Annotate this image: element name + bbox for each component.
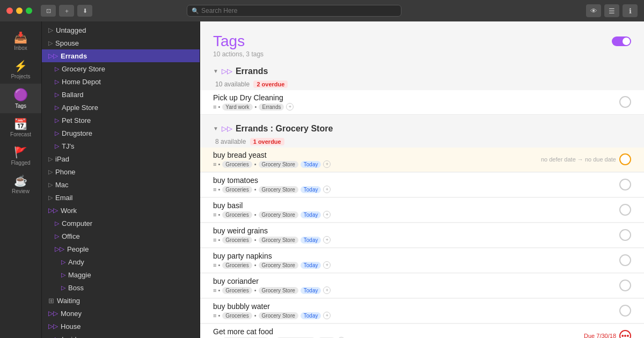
add-tag-plus[interactable]: + bbox=[323, 211, 331, 218]
task-tag-today[interactable]: Today bbox=[301, 211, 321, 218]
sidebar-item-pet-store-label: Pet Store bbox=[62, 116, 91, 124]
sidebar-item-andy[interactable]: ▷ Andy bbox=[42, 255, 200, 268]
sidebar: ▷ Untagged ▷ Spouse ▷▷ Errands ▷ Grocery… bbox=[42, 21, 200, 338]
task-tag-groceries[interactable]: Groceries bbox=[222, 262, 252, 269]
tag-sep: • bbox=[254, 161, 257, 167]
task-checkbox[interactable] bbox=[619, 305, 631, 317]
task-checkbox[interactable] bbox=[619, 254, 631, 266]
sidebar-item-ballard-label: Ballard bbox=[62, 91, 83, 99]
task-tag-groceries[interactable]: Groceries bbox=[222, 186, 252, 193]
task-checkbox[interactable] bbox=[619, 280, 631, 291]
task-tag-today[interactable]: Today bbox=[301, 287, 321, 294]
sidebar-item-house[interactable]: ▷▷ House bbox=[42, 320, 200, 333]
sidebar-item-waiting[interactable]: ⊞ Waiting bbox=[42, 294, 200, 307]
task-tag-groceries[interactable]: Groceries bbox=[222, 287, 252, 294]
sidebar-item-computer[interactable]: ▷ Computer bbox=[42, 217, 200, 230]
task-title: buy tomatoes bbox=[213, 176, 615, 185]
task-date-info: no defer date → no due date bbox=[541, 156, 616, 163]
tag-sep: • bbox=[254, 287, 257, 293]
task-tag-grocery-store[interactable]: Grocery Store bbox=[259, 312, 298, 319]
errands-section-header[interactable]: ▼ ▷▷ Errands bbox=[200, 62, 644, 78]
info-button[interactable]: ℹ bbox=[623, 4, 638, 17]
task-tag-grocery-store[interactable]: Grocery Store bbox=[259, 161, 298, 168]
search-input[interactable] bbox=[201, 7, 397, 14]
add-tag-plus[interactable]: + bbox=[323, 286, 331, 294]
errands-meta: 10 available 2 overdue bbox=[202, 78, 644, 90]
task-tag-errands[interactable]: Errands bbox=[259, 104, 284, 111]
task-tag-today[interactable]: Today bbox=[301, 161, 321, 168]
task-tag-grocery-store[interactable]: Grocery Store bbox=[259, 186, 298, 193]
maximize-button[interactable] bbox=[26, 8, 32, 14]
sidebar-item-forecast[interactable]: 📆 Forecast bbox=[0, 113, 41, 142]
search-bar[interactable]: 🔍 bbox=[187, 5, 401, 17]
sidebar-item-money[interactable]: ▷▷ Money bbox=[42, 307, 200, 320]
sidebar-item-grocery-store[interactable]: ▷ Grocery Store bbox=[42, 62, 200, 75]
task-tag-groceries[interactable]: Groceries bbox=[222, 237, 252, 244]
sidebar-item-inbox[interactable]: 📥 Inbox bbox=[0, 27, 41, 55]
sidebar-item-tjs[interactable]: ▷ TJ's bbox=[42, 139, 200, 152]
sidebar-item-tags[interactable]: 🟣 Tags bbox=[0, 84, 41, 113]
tag-sep: • bbox=[254, 186, 257, 193]
sidebar-item-untagged[interactable]: ▷ Untagged bbox=[42, 24, 200, 36]
task-tag-today[interactable]: Today bbox=[301, 237, 321, 244]
sidebar-item-apple-store[interactable]: ▷ Apple Store bbox=[42, 101, 200, 114]
task-checkbox[interactable] bbox=[619, 179, 631, 190]
task-tag-groceries[interactable]: Groceries bbox=[222, 161, 252, 168]
add-tag-plus[interactable]: + bbox=[323, 261, 331, 269]
add-tag-plus[interactable]: + bbox=[323, 236, 331, 244]
task-tag-today[interactable]: Today bbox=[301, 312, 321, 319]
add-button[interactable]: ＋ bbox=[59, 5, 74, 17]
sidebar-item-inside[interactable]: ▷ Inside bbox=[42, 333, 200, 338]
task-tag-groceries[interactable]: Groceries bbox=[222, 312, 252, 319]
task-right bbox=[619, 280, 631, 291]
sidebar-item-work[interactable]: ▷▷ Work bbox=[42, 204, 200, 217]
sidebar-item-phone[interactable]: ▷ Phone bbox=[42, 165, 200, 178]
task-tag-today[interactable]: Today bbox=[301, 262, 321, 269]
sidebar-item-office[interactable]: ▷ Office bbox=[42, 230, 200, 243]
task-checkbox[interactable] bbox=[619, 96, 631, 108]
sidebar-item-mac[interactable]: ▷ Mac bbox=[42, 178, 200, 191]
sidebar-item-errands[interactable]: ▷▷ Errands bbox=[42, 49, 200, 62]
sidebar-item-review[interactable]: ☕ Review bbox=[0, 170, 41, 199]
task-tag-today[interactable]: Today bbox=[301, 186, 321, 193]
sidebar-item-boss[interactable]: ▷ Boss bbox=[42, 281, 200, 294]
errands-grocery-overdue-badge: 1 overdue bbox=[250, 138, 284, 145]
sidebar-toggle-button[interactable]: ⊡ bbox=[41, 5, 56, 17]
task-tag-grocery-store[interactable]: Grocery Store bbox=[259, 262, 298, 269]
sidebar-item-spouse[interactable]: ▷ Spouse bbox=[42, 36, 200, 49]
errands-grocery-section-header[interactable]: ▼ ▷▷ Errands : Grocery Store bbox=[200, 120, 644, 136]
sidebar-item-maggie[interactable]: ▷ Maggie bbox=[42, 268, 200, 281]
list-button[interactable]: ☰ bbox=[604, 4, 619, 17]
task-tag-pill[interactable]: Yard work bbox=[222, 104, 252, 111]
minimize-button[interactable] bbox=[16, 8, 23, 14]
add-tag-plus[interactable]: + bbox=[323, 160, 331, 168]
task-tag-groceries[interactable]: Groceries bbox=[222, 211, 252, 218]
add-tag-plus[interactable]: + bbox=[286, 103, 294, 111]
sidebar-item-people[interactable]: ▷▷ People bbox=[42, 243, 200, 255]
sidebar-item-ipad[interactable]: ▷ iPad bbox=[42, 152, 200, 165]
sidebar-item-flagged[interactable]: 🚩 Flagged bbox=[0, 142, 41, 170]
sidebar-item-email[interactable]: ▷ Email bbox=[42, 191, 200, 204]
add-tag-plus[interactable]: + bbox=[323, 312, 331, 319]
task-checkbox[interactable] bbox=[619, 229, 631, 241]
view-button[interactable]: 👁 bbox=[586, 4, 601, 17]
toggle-knob bbox=[623, 38, 630, 45]
close-button[interactable] bbox=[6, 8, 13, 14]
task-tag-grocery-store[interactable]: Grocery Store bbox=[259, 287, 298, 294]
add-tag-plus[interactable]: + bbox=[323, 186, 331, 193]
sidebar-item-home-depot[interactable]: ▷ Home Depot bbox=[42, 75, 200, 88]
task-tag-grocery-store[interactable]: Grocery Store bbox=[259, 237, 298, 244]
sidebar-item-ballard[interactable]: ▷ Ballard bbox=[42, 88, 200, 101]
sidebar-item-projects[interactable]: ⚡ Projects bbox=[0, 55, 41, 84]
toggle-switch[interactable] bbox=[612, 36, 631, 46]
task-checkbox[interactable] bbox=[619, 204, 631, 216]
more-options-button[interactable]: ••• bbox=[619, 330, 631, 338]
task-tags: ≡ • Groceries • Grocery Store Today + bbox=[213, 261, 615, 269]
task-tag-grocery-store[interactable]: Grocery Store bbox=[259, 211, 298, 218]
task-checkbox[interactable] bbox=[619, 153, 631, 165]
download-button[interactable]: ⬇ bbox=[77, 5, 92, 17]
sidebar-item-pet-store[interactable]: ▷ Pet Store bbox=[42, 114, 200, 127]
boss-icon: ▷ bbox=[61, 284, 65, 291]
sidebar-item-drugstore[interactable]: ▷ Drugstore bbox=[42, 127, 200, 139]
projects-label: Projects bbox=[11, 74, 30, 79]
